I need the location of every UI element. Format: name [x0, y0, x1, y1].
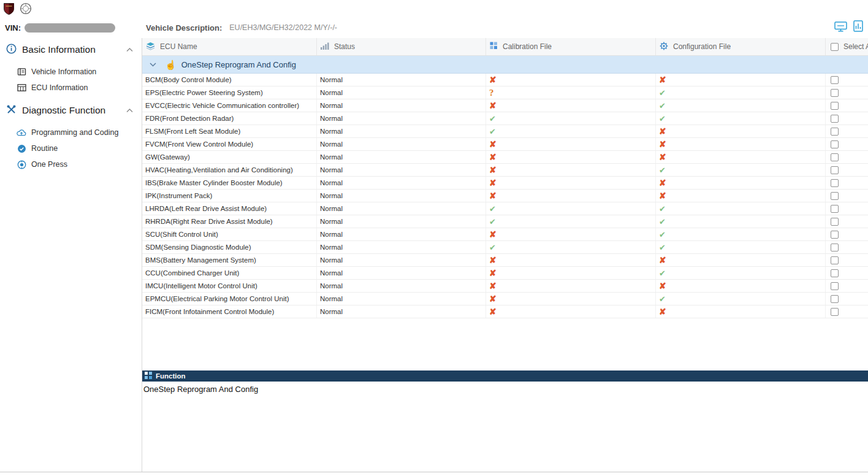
row-select-checkbox[interactable]	[831, 218, 839, 226]
chevron-down-icon[interactable]	[150, 63, 156, 67]
row-select-checkbox[interactable]	[831, 89, 839, 97]
select-cell	[826, 215, 868, 228]
signal-bars-icon	[321, 42, 329, 52]
group-row-onestep-reprogram[interactable]: ☝ OneStep Reprogram And Config	[142, 56, 868, 74]
ecu-name-cell: IPK(Instrument Pack)	[142, 190, 317, 202]
ecu-status-cell: Normal	[317, 267, 486, 279]
configuration-status-icon: ✔	[659, 166, 666, 174]
configuration-status-icon: ✔	[659, 218, 666, 226]
row-select-checkbox[interactable]	[831, 140, 839, 148]
configuration-cell: ✔	[656, 241, 826, 253]
row-select-checkbox[interactable]	[831, 205, 839, 213]
column-header-configuration-file[interactable]: Configuration File	[656, 38, 826, 55]
column-header-ecu-name[interactable]: ECU Name	[142, 38, 317, 55]
select-cell	[826, 164, 868, 176]
row-select-checkbox[interactable]	[831, 244, 839, 251]
row-select-checkbox[interactable]	[831, 256, 839, 264]
row-select-checkbox[interactable]	[831, 153, 839, 161]
calibration-status-icon: ?	[489, 88, 494, 98]
ecu-name-cell: FICM(Front Infotainment Control Module)	[142, 305, 317, 318]
table-row[interactable]: EPS(Electric Power Steering System) Norm…	[142, 86, 868, 99]
vin-label: VIN:	[5, 23, 21, 33]
sidebar-item-routine[interactable]: Routine	[0, 140, 142, 156]
table-row[interactable]: IBS(Brake Master Cylinder Booster Module…	[142, 177, 868, 190]
monitor-icon[interactable]	[834, 21, 847, 32]
table-row[interactable]: CCU(Combined Charger Unit) Normal ✘ ✔	[142, 267, 868, 280]
row-select-checkbox[interactable]	[831, 76, 839, 84]
sidebar-item-one-press[interactable]: One Press	[0, 156, 142, 172]
select-cell	[826, 254, 868, 266]
select-cell	[826, 228, 868, 240]
bottom-scroll-strip[interactable]	[0, 472, 868, 476]
table-row[interactable]: HVAC(Heating,Ventilation and Air Conditi…	[142, 164, 868, 177]
select-cell	[826, 202, 868, 215]
table-row[interactable]: RHRDA(Right Rear Drive Assist Module) No…	[142, 215, 868, 228]
column-header-calibration-file[interactable]: Calibration File	[486, 38, 656, 55]
sidebar-item-label: ECU Information	[31, 83, 88, 92]
sidebar-section-basic-information[interactable]: Basic Information	[0, 42, 142, 58]
configuration-cell: ✔	[656, 267, 826, 279]
row-select-checkbox[interactable]	[831, 269, 839, 277]
calibration-status-icon: ✘	[489, 166, 497, 174]
table-row[interactable]: FVCM(Front View Control Module) Normal ✘…	[142, 138, 868, 151]
ecu-status-cell: Normal	[317, 112, 486, 125]
configuration-status-icon: ✘	[659, 140, 666, 148]
calibration-status-icon: ✔	[489, 115, 496, 123]
table-header: ECU Name Status	[142, 38, 868, 56]
row-select-checkbox[interactable]	[831, 102, 839, 110]
table-row[interactable]: EPMCU(Electrical Parking Motor Control U…	[142, 293, 868, 305]
row-select-checkbox[interactable]	[831, 192, 839, 200]
ecu-name-cell: IBS(Brake Master Cylinder Booster Module…	[142, 177, 317, 189]
table-empty-area	[142, 318, 868, 370]
ecu-status-cell: Normal	[317, 138, 486, 150]
select-cell	[826, 138, 868, 150]
chevron-up-icon	[126, 48, 133, 52]
table-row[interactable]: IPK(Instrument Pack) Normal ✘ ✘	[142, 190, 868, 202]
layers-icon	[146, 42, 155, 52]
column-header-select-all[interactable]: Select All	[826, 38, 868, 55]
table-row[interactable]: BMS(Battery Management System) Normal ✘ …	[142, 254, 868, 267]
report-chart-icon[interactable]	[853, 20, 863, 32]
basic-information-items: Vehicle Information ECU Information	[0, 64, 142, 96]
select-all-checkbox[interactable]	[831, 43, 839, 51]
table-row[interactable]: GW(Gateway) Normal ✘ ✘	[142, 151, 868, 164]
sidebar-item-ecu-information[interactable]: ECU Information	[0, 80, 142, 96]
table-row[interactable]: FLSM(Front Left Seat Module) Normal ✔ ✘	[142, 125, 868, 138]
calibration-cell: ✘	[486, 151, 656, 163]
row-select-checkbox[interactable]	[831, 282, 839, 290]
row-select-checkbox[interactable]	[831, 179, 839, 187]
table-row[interactable]: EVCC(Electric Vehicle Communication cont…	[142, 99, 868, 112]
table-row[interactable]: LHRDA(Left Rear Drive Assist Module) Nor…	[142, 202, 868, 215]
row-select-checkbox[interactable]	[831, 308, 839, 316]
row-select-checkbox[interactable]	[831, 231, 839, 239]
sidebar-item-vehicle-information[interactable]: Vehicle Information	[0, 64, 142, 80]
calibration-status-icon: ✘	[489, 282, 497, 290]
sidebar-section-diagnostic-function[interactable]: Diagnostic Function	[0, 102, 142, 118]
table-row[interactable]: BCM(Body Control Module) Normal ✘ ✘	[142, 74, 868, 86]
table-row[interactable]: SDM(Sensing Diagnostic Module) Normal ✔ …	[142, 241, 868, 254]
row-select-checkbox[interactable]	[831, 128, 839, 136]
ecu-status-cell: Normal	[317, 151, 486, 163]
row-select-checkbox[interactable]	[831, 295, 839, 303]
ecu-name-cell: BCM(Body Control Module)	[142, 74, 317, 86]
hand-pointer-icon: ☝	[165, 60, 177, 69]
section-label: Basic Information	[22, 44, 96, 55]
row-select-checkbox[interactable]	[831, 115, 839, 123]
configuration-status-icon: ✘	[659, 256, 666, 264]
table-row[interactable]: IMCU(Intelligent Motor Control Unit) Nor…	[142, 280, 868, 293]
table-row[interactable]: SCU(Shift Control Unit) Normal ✘ ✔	[142, 228, 868, 241]
ecu-name-cell: CCU(Combined Charger Unit)	[142, 267, 317, 279]
ecu-status-cell: Normal	[317, 280, 486, 292]
calibration-cell: ?	[486, 86, 656, 99]
table-row[interactable]: FICM(Front Infotainment Control Module) …	[142, 305, 868, 318]
sidebar-item-programming-and-coding[interactable]: Programming and Coding	[0, 125, 142, 140]
row-select-checkbox[interactable]	[831, 166, 839, 174]
select-cell	[826, 112, 868, 125]
calibration-status-icon: ✘	[489, 230, 497, 239]
ecu-name-cell: GW(Gateway)	[142, 151, 317, 163]
column-header-status[interactable]: Status	[317, 38, 486, 55]
ecu-name-cell: FDR(Front Detection Radar)	[142, 112, 317, 125]
table-grid-icon	[17, 83, 26, 92]
column-label: ECU Name	[160, 42, 197, 51]
table-row[interactable]: FDR(Front Detection Radar) Normal ✔ ✔	[142, 112, 868, 125]
